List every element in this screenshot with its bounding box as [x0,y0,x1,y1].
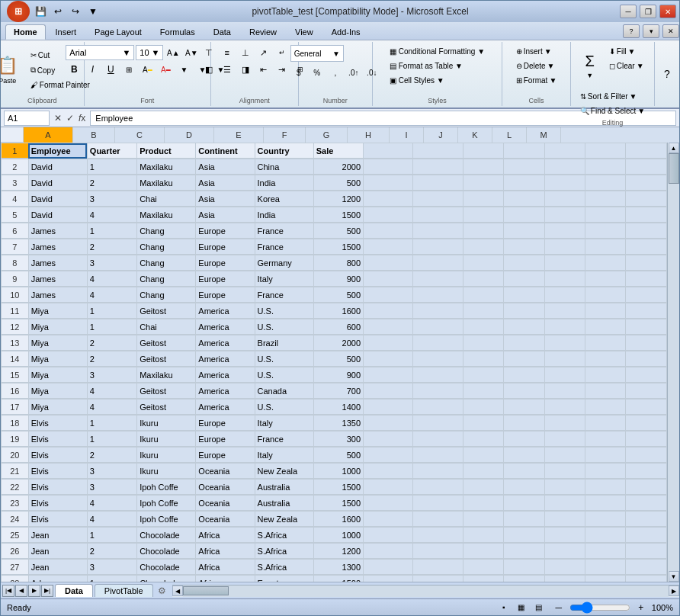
cell-F16[interactable]: 700 [313,383,363,399]
sort-filter-button[interactable]: ⇅ Sort & Filter ▼ [576,90,649,103]
cell-L8[interactable] [585,255,626,271]
cell-C19[interactable]: Ikuru [137,432,196,447]
cell-F4[interactable]: 1200 [313,191,363,207]
increase-indent-button[interactable]: ⇥ [274,62,290,77]
cell-C16[interactable]: Geitost [137,383,196,399]
cell-A6[interactable]: James [28,223,87,239]
cell-G10[interactable] [364,287,413,303]
cell-L27[interactable] [585,560,626,575]
cell-B24[interactable]: 4 [87,512,136,527]
sheet-nav-first[interactable]: |◀ [2,585,14,597]
cell-E27[interactable]: S.Africa [255,560,313,575]
sum-button[interactable]: Σ ▼ [576,45,604,87]
tab-insert[interactable]: Insert [47,24,85,40]
cell-C4[interactable]: Chai [137,191,196,207]
cell-F1[interactable]: Sale [313,143,363,159]
cell-I15[interactable] [463,367,503,383]
cell-C5[interactable]: Maxilaku [137,207,196,223]
cell-B19[interactable]: 1 [87,432,136,447]
cell-reference-box[interactable]: A1 [4,111,50,126]
cell-G9[interactable] [364,271,413,287]
cell-D23[interactable]: Oceania [196,496,255,511]
cell-M4[interactable] [626,191,667,207]
scroll-down-button[interactable]: ▼ [669,571,679,582]
row-number-1[interactable]: 1 [2,143,29,159]
cell-I6[interactable] [463,223,503,239]
zoom-out-button[interactable]: ─ [551,600,566,615]
cell-E1[interactable]: Country [255,143,313,159]
cell-J15[interactable] [504,367,544,383]
cell-C13[interactable]: Geitost [137,335,196,351]
cell-K9[interactable] [544,271,585,287]
cell-M16[interactable] [626,383,667,399]
find-select-button[interactable]: 🔍 Find & Select ▼ [576,104,649,117]
cell-A5[interactable]: David [28,207,87,223]
cell-D14[interactable]: America [196,351,255,367]
cell-I17[interactable] [463,399,503,415]
cell-A25[interactable]: Jean [28,528,87,543]
cell-B27[interactable]: 3 [87,560,136,575]
cell-L16[interactable] [585,383,626,399]
cell-M6[interactable] [626,223,667,239]
close-button[interactable]: ✕ [659,5,676,18]
cell-G14[interactable] [364,351,413,367]
cell-H22[interactable] [413,480,463,495]
cell-A9[interactable]: James [28,271,87,287]
cell-J28[interactable] [504,576,544,582]
cell-A22[interactable]: Elvis [28,480,87,495]
row-number-26[interactable]: 26 [2,544,29,559]
cell-J25[interactable] [504,528,544,543]
page-break-view-button[interactable]: ▤ [531,600,547,615]
cell-F22[interactable]: 1500 [313,480,363,495]
cell-I4[interactable] [463,191,503,207]
cell-G18[interactable] [364,415,413,431]
cell-I21[interactable] [463,464,503,479]
cell-H21[interactable] [413,464,463,479]
cell-L1[interactable] [585,143,626,159]
cell-H12[interactable] [413,319,463,335]
cell-K14[interactable] [544,351,585,367]
cell-K15[interactable] [544,367,585,383]
row-number-13[interactable]: 13 [2,335,29,351]
cell-J11[interactable] [504,303,544,319]
cell-F25[interactable]: 1000 [313,528,363,543]
cell-B7[interactable]: 2 [87,239,136,255]
cell-E19[interactable]: France [255,432,313,447]
column-header-G[interactable]: G [306,127,348,143]
zoom-in-button[interactable]: + [633,600,649,615]
cell-J27[interactable] [504,560,544,575]
cell-B28[interactable]: 1 [87,576,136,582]
cell-L2[interactable] [585,159,626,175]
format-table-button[interactable]: ▤ Format as Table ▼ [386,59,489,72]
cell-D4[interactable]: Asia [196,191,255,207]
cell-G20[interactable] [364,448,413,463]
cell-J16[interactable] [504,383,544,399]
column-header-B[interactable]: B [73,127,115,143]
cell-J26[interactable] [504,544,544,559]
cell-L17[interactable] [585,399,626,415]
cell-F21[interactable]: 1000 [313,464,363,479]
cell-K6[interactable] [544,223,585,239]
cell-C26[interactable]: Chocolade [137,544,196,559]
cell-D2[interactable]: Asia [196,159,255,175]
cell-E3[interactable]: India [255,175,313,191]
cell-F23[interactable]: 1500 [313,496,363,511]
delete-cells-button[interactable]: ⊖ Delete ▼ [512,59,561,72]
cell-B22[interactable]: 3 [87,480,136,495]
cell-I20[interactable] [463,448,503,463]
cell-I10[interactable] [463,287,503,303]
row-number-16[interactable]: 16 [2,383,29,399]
cell-K19[interactable] [544,432,585,447]
cell-E22[interactable]: Australia [255,480,313,495]
underline-button[interactable]: U [102,62,119,77]
cell-B2[interactable]: 1 [87,159,136,175]
cell-M10[interactable] [626,287,667,303]
cell-I27[interactable] [463,560,503,575]
cell-K10[interactable] [544,287,585,303]
cell-M20[interactable] [626,448,667,463]
cell-C10[interactable]: Chang [137,287,196,303]
cell-B11[interactable]: 1 [87,303,136,319]
row-number-25[interactable]: 25 [2,528,29,543]
redo-button[interactable]: ↪ [68,4,83,19]
row-number-18[interactable]: 18 [2,415,29,431]
